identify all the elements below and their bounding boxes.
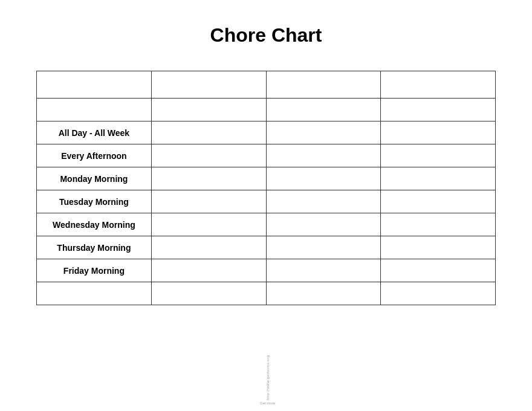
row-cell: [381, 121, 496, 144]
footer-url: http://www.getforms.org: [266, 352, 270, 400]
table-row: Tuesday Morning: [37, 190, 496, 213]
subheader-col-1: [151, 99, 266, 121]
row-cell: [151, 213, 266, 236]
row-cell: [266, 190, 381, 213]
row-cell: [381, 167, 496, 190]
row-cell: [381, 282, 496, 305]
row-cell: [381, 190, 496, 213]
page-title: Chore Chart: [0, 24, 532, 47]
row-label-every-afternoon: Every Afternoon: [37, 144, 152, 167]
table-row: Thursday Morning: [37, 236, 496, 259]
table-row: Wednesday Morning: [37, 213, 496, 236]
row-cell: [266, 167, 381, 190]
header-col-3: [381, 71, 496, 99]
row-label-thursday: Thursday Morning: [37, 236, 152, 259]
row-label-monday: Monday Morning: [37, 167, 152, 190]
row-label-friday: Friday Morning: [37, 259, 152, 282]
row-cell: [151, 259, 266, 282]
row-cell: [266, 144, 381, 167]
row-cell: [266, 121, 381, 144]
row-label-all-day: All Day - All Week: [37, 121, 152, 144]
row-cell: [151, 121, 266, 144]
table-row: Friday Morning: [37, 259, 496, 282]
row-cell: [381, 236, 496, 259]
row-label-tuesday: Tuesday Morning: [37, 190, 152, 213]
row-cell: [151, 190, 266, 213]
row-cell: [151, 282, 266, 305]
row-cell: [266, 282, 381, 305]
subheader-col-2: [266, 99, 381, 121]
table-row: [37, 99, 496, 121]
table-row: [37, 71, 496, 99]
row-cell: [266, 213, 381, 236]
table-row: All Day - All Week: [37, 121, 496, 144]
header-col-2: [266, 71, 381, 99]
chore-chart-table: All Day - All Week Every Afternoon Monda…: [36, 71, 496, 305]
row-cell: [151, 167, 266, 190]
row-cell: [266, 259, 381, 282]
header-col-1: [151, 71, 266, 99]
row-cell: [381, 144, 496, 167]
chore-table: All Day - All Week Every Afternoon Monda…: [36, 71, 496, 305]
row-cell: [266, 236, 381, 259]
footer-get-label: Get more: [260, 401, 275, 405]
header-label-cell: [37, 71, 152, 99]
row-cell: [381, 213, 496, 236]
row-cell: [151, 236, 266, 259]
blank-label-cell: [37, 282, 152, 305]
subheader-col-3: [381, 99, 496, 121]
row-label-wednesday: Wednesday Morning: [37, 213, 152, 236]
table-row: Every Afternoon: [37, 144, 496, 167]
subheader-label-cell: [37, 99, 152, 121]
row-cell: [151, 144, 266, 167]
table-row: [37, 282, 496, 305]
footer: http://www.getforms.org Get more: [260, 352, 275, 405]
row-cell: [381, 259, 496, 282]
table-row: Monday Morning: [37, 167, 496, 190]
